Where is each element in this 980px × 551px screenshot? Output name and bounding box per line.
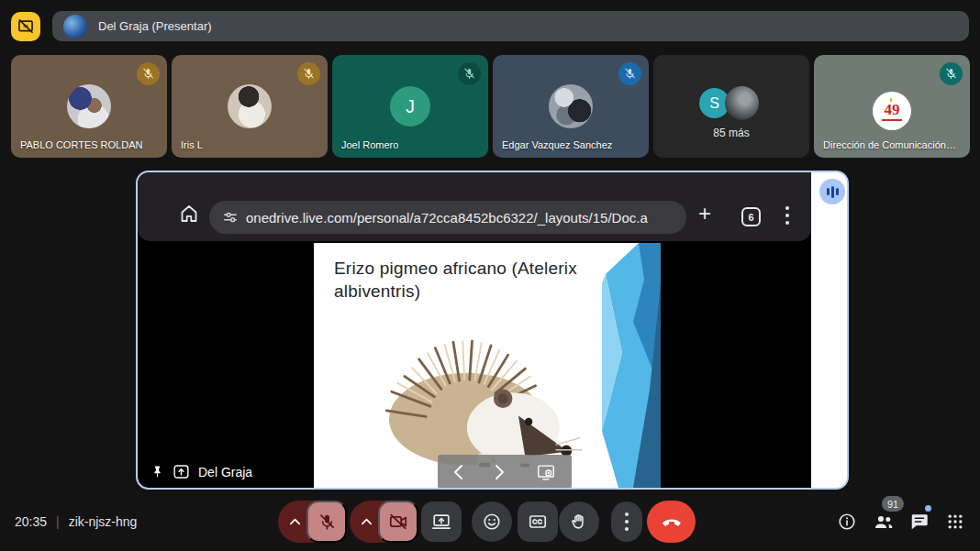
raised-hand-icon [569, 512, 589, 532]
participant-count-badge: 91 [882, 496, 904, 512]
zoom-screen-icon[interactable] [536, 462, 556, 482]
camera-off-icon [388, 512, 408, 532]
site-settings-icon[interactable] [222, 209, 239, 226]
pin-icon[interactable] [150, 465, 164, 479]
mic-off-icon [317, 512, 337, 532]
address-bar[interactable]: onedrive.live.com/personal/a72cca8452bc6… [209, 201, 686, 234]
info-divider: | [56, 514, 60, 529]
captions-button[interactable] [518, 501, 558, 542]
avatar [67, 84, 111, 128]
slide-decoration-shapes [602, 243, 661, 488]
url-text: onedrive.live.com/personal/a72cca8452bc6… [246, 210, 648, 226]
participant-name: Dirección de Comunicación… [823, 139, 956, 150]
overflow-participants-tile[interactable]: S 85 más [653, 55, 809, 158]
browser-menu-icon[interactable] [785, 206, 789, 225]
presentation-slide: Erizo pigmeo africano (Atelerix albivent… [314, 243, 661, 488]
raise-hand-button[interactable] [559, 501, 599, 542]
participant-name: PABLO CORTES ROLDAN [20, 139, 142, 150]
logo-49-text: 49 [885, 102, 900, 117]
participant-tile-iris[interactable]: Iris L [172, 55, 328, 158]
browser-toolbar: onedrive.live.com/personal/a72cca8452bc6… [138, 172, 811, 241]
participant-name: Joel Romero [341, 139, 398, 150]
chat-button[interactable] [907, 509, 932, 534]
avatar-logo: 49 [873, 92, 911, 130]
meeting-info: 20:35 | zik-njsz-hng [15, 501, 137, 543]
slide-navigation-overlay [438, 455, 572, 488]
participant-tile-joel[interactable]: J Joel Romero [332, 55, 488, 158]
chevron-up-icon [289, 518, 301, 525]
show-participants-button[interactable] [871, 509, 896, 534]
presenter-banner-label: Del Graja (Presentar) [98, 19, 212, 33]
send-reaction-button[interactable] [472, 501, 512, 542]
chat-notification-dot [925, 505, 931, 512]
avatar [549, 84, 593, 128]
clock-time: 20:35 [15, 514, 47, 529]
emoji-smile-icon [482, 512, 502, 532]
present-screen-icon [431, 512, 451, 532]
participant-tile-edgar[interactable]: Edgar Vazquez Sanchez [493, 55, 649, 158]
presentation-paused-button[interactable] [11, 12, 40, 41]
meeting-code: zik-njsz-hng [69, 514, 138, 529]
next-slide-button[interactable] [495, 464, 505, 480]
closed-captions-icon [528, 512, 548, 532]
more-participants-label: 85 más [653, 127, 809, 139]
participant-tile-pablo[interactable]: PABLO CORTES ROLDAN [11, 55, 167, 158]
chevron-up-icon [361, 518, 373, 525]
presenter-name: Del Graja [198, 465, 252, 479]
camera-off-button[interactable] [378, 501, 418, 543]
participant-name: Iris L [181, 139, 203, 150]
shared-screen-content: onedrive.live.com/personal/a72cca8452bc6… [138, 172, 811, 488]
mic-off-badge [137, 62, 160, 85]
mic-off-badge [940, 62, 963, 85]
present-screen-button[interactable] [421, 501, 462, 542]
mic-off-badge [458, 62, 481, 85]
mic-mute-button[interactable] [306, 501, 347, 543]
avatar [725, 86, 759, 120]
meeting-details-button[interactable] [834, 509, 860, 534]
mic-off-badge [297, 62, 320, 85]
mic-off-badge [618, 62, 641, 85]
activities-button[interactable] [942, 509, 968, 534]
screenshare-tile[interactable]: onedrive.live.com/personal/a72cca8452bc6… [136, 171, 849, 490]
previous-slide-button[interactable] [453, 464, 463, 480]
home-icon[interactable] [178, 203, 200, 225]
call-end-icon [661, 511, 683, 533]
tab-counter[interactable]: 6 [741, 207, 761, 226]
presentation-off-icon [17, 17, 35, 36]
slide-title: Erizo pigmeo africano (Atelerix albivent… [334, 258, 600, 303]
presenter-label: Del Graja [150, 464, 252, 479]
presenting-frame-icon [173, 464, 190, 479]
google-meet-window: Del Graja (Presentar) PABLO CORTES ROLDA… [0, 0, 980, 551]
logo-underline [882, 119, 902, 121]
avatar-initial: J [390, 86, 430, 127]
more-options-button[interactable] [611, 501, 642, 542]
participant-tile-direccion[interactable]: 49 Dirección de Comunicación… [814, 55, 970, 158]
audio-activity-indicator [819, 179, 845, 204]
presenter-banner[interactable]: Del Graja (Presentar) [52, 11, 969, 41]
new-tab-icon[interactable]: + [698, 203, 711, 225]
more-options-icon [625, 512, 629, 531]
participant-name: Edgar Vazquez Sanchez [502, 139, 612, 150]
stacked-avatars: S [699, 86, 763, 121]
presenter-avatar [63, 15, 87, 39]
leave-call-button[interactable] [647, 501, 696, 543]
avatar [228, 84, 272, 128]
